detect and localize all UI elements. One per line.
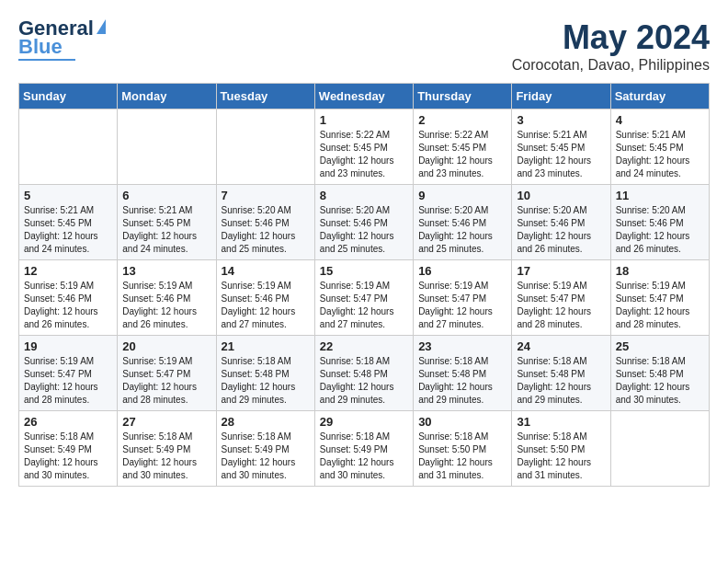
calendar-day-5: 5Sunrise: 5:21 AM Sunset: 5:45 PM Daylig… bbox=[19, 185, 118, 260]
day-number: 1 bbox=[320, 113, 408, 127]
calendar-day-22: 22Sunrise: 5:18 AM Sunset: 5:48 PM Dayli… bbox=[314, 336, 413, 411]
calendar-day-28: 28Sunrise: 5:18 AM Sunset: 5:49 PM Dayli… bbox=[216, 411, 314, 487]
day-number: 28 bbox=[222, 415, 310, 429]
day-info: Sunrise: 5:20 AM Sunset: 5:46 PM Dayligh… bbox=[222, 204, 310, 256]
page-subtitle: Corocotan, Davao, Philippines bbox=[512, 57, 710, 74]
calendar-header-monday: Monday bbox=[118, 84, 216, 109]
day-info: Sunrise: 5:19 AM Sunset: 5:47 PM Dayligh… bbox=[122, 355, 210, 407]
day-number: 6 bbox=[122, 189, 210, 202]
calendar-week-row: 12Sunrise: 5:19 AM Sunset: 5:46 PM Dayli… bbox=[19, 260, 710, 336]
day-info: Sunrise: 5:19 AM Sunset: 5:47 PM Dayligh… bbox=[320, 280, 408, 331]
calendar-week-row: 26Sunrise: 5:18 AM Sunset: 5:49 PM Dayli… bbox=[19, 411, 710, 487]
calendar-day-26: 26Sunrise: 5:18 AM Sunset: 5:49 PM Dayli… bbox=[19, 411, 118, 487]
day-number: 30 bbox=[418, 415, 506, 429]
day-info: Sunrise: 5:19 AM Sunset: 5:46 PM Dayligh… bbox=[122, 280, 210, 331]
day-number: 13 bbox=[122, 264, 210, 278]
day-info: Sunrise: 5:19 AM Sunset: 5:47 PM Dayligh… bbox=[418, 280, 506, 331]
calendar-day-30: 30Sunrise: 5:18 AM Sunset: 5:50 PM Dayli… bbox=[414, 411, 512, 487]
logo-underline bbox=[18, 59, 75, 61]
calendar-empty-cell bbox=[19, 109, 118, 185]
day-info: Sunrise: 5:18 AM Sunset: 5:48 PM Dayligh… bbox=[517, 355, 605, 407]
day-number: 11 bbox=[616, 189, 704, 202]
day-number: 3 bbox=[517, 113, 605, 127]
calendar-week-row: 19Sunrise: 5:19 AM Sunset: 5:47 PM Dayli… bbox=[19, 336, 710, 411]
day-info: Sunrise: 5:18 AM Sunset: 5:49 PM Dayligh… bbox=[24, 431, 112, 482]
page-header: General Blue May 2024 Corocotan, Davao, … bbox=[18, 18, 710, 74]
calendar-header-tuesday: Tuesday bbox=[216, 84, 314, 109]
logo-triangle-icon bbox=[97, 19, 106, 34]
day-number: 12 bbox=[24, 264, 112, 278]
calendar-day-19: 19Sunrise: 5:19 AM Sunset: 5:47 PM Dayli… bbox=[19, 336, 118, 411]
day-info: Sunrise: 5:18 AM Sunset: 5:49 PM Dayligh… bbox=[122, 431, 210, 482]
day-info: Sunrise: 5:21 AM Sunset: 5:45 PM Dayligh… bbox=[122, 204, 210, 256]
day-info: Sunrise: 5:19 AM Sunset: 5:46 PM Dayligh… bbox=[222, 280, 310, 331]
calendar-day-15: 15Sunrise: 5:19 AM Sunset: 5:47 PM Dayli… bbox=[314, 260, 413, 336]
calendar-day-23: 23Sunrise: 5:18 AM Sunset: 5:48 PM Dayli… bbox=[414, 336, 512, 411]
day-info: Sunrise: 5:22 AM Sunset: 5:45 PM Dayligh… bbox=[418, 129, 506, 180]
calendar-day-25: 25Sunrise: 5:18 AM Sunset: 5:48 PM Dayli… bbox=[610, 336, 709, 411]
calendar-header-wednesday: Wednesday bbox=[314, 84, 413, 109]
day-info: Sunrise: 5:19 AM Sunset: 5:47 PM Dayligh… bbox=[24, 355, 112, 407]
day-number: 29 bbox=[320, 415, 408, 429]
day-info: Sunrise: 5:22 AM Sunset: 5:45 PM Dayligh… bbox=[320, 129, 408, 180]
calendar-day-11: 11Sunrise: 5:20 AM Sunset: 5:46 PM Dayli… bbox=[610, 185, 709, 260]
calendar-day-13: 13Sunrise: 5:19 AM Sunset: 5:46 PM Dayli… bbox=[118, 260, 216, 336]
calendar-day-31: 31Sunrise: 5:18 AM Sunset: 5:50 PM Dayli… bbox=[512, 411, 610, 487]
day-number: 31 bbox=[517, 415, 605, 429]
calendar-day-1: 1Sunrise: 5:22 AM Sunset: 5:45 PM Daylig… bbox=[314, 109, 413, 185]
day-number: 10 bbox=[517, 189, 605, 202]
day-info: Sunrise: 5:18 AM Sunset: 5:49 PM Dayligh… bbox=[222, 431, 310, 482]
calendar-day-3: 3Sunrise: 5:21 AM Sunset: 5:45 PM Daylig… bbox=[512, 109, 610, 185]
day-number: 22 bbox=[320, 339, 408, 353]
calendar-day-7: 7Sunrise: 5:20 AM Sunset: 5:46 PM Daylig… bbox=[216, 185, 314, 260]
page-title: May 2024 bbox=[512, 18, 710, 57]
calendar-day-24: 24Sunrise: 5:18 AM Sunset: 5:48 PM Dayli… bbox=[512, 336, 610, 411]
logo: General Blue bbox=[18, 18, 106, 61]
day-info: Sunrise: 5:18 AM Sunset: 5:48 PM Dayligh… bbox=[222, 355, 310, 407]
calendar-empty-cell bbox=[216, 109, 314, 185]
day-number: 18 bbox=[616, 264, 704, 278]
day-number: 26 bbox=[24, 415, 112, 429]
calendar-day-2: 2Sunrise: 5:22 AM Sunset: 5:45 PM Daylig… bbox=[414, 109, 512, 185]
calendar-day-10: 10Sunrise: 5:20 AM Sunset: 5:46 PM Dayli… bbox=[512, 185, 610, 260]
calendar-day-8: 8Sunrise: 5:20 AM Sunset: 5:46 PM Daylig… bbox=[314, 185, 413, 260]
day-info: Sunrise: 5:21 AM Sunset: 5:45 PM Dayligh… bbox=[616, 129, 704, 180]
day-number: 17 bbox=[517, 264, 605, 278]
day-number: 9 bbox=[418, 189, 506, 202]
day-info: Sunrise: 5:21 AM Sunset: 5:45 PM Dayligh… bbox=[517, 129, 605, 180]
day-number: 8 bbox=[320, 189, 408, 202]
calendar-empty-cell bbox=[118, 109, 216, 185]
calendar-header-thursday: Thursday bbox=[414, 84, 512, 109]
calendar-day-27: 27Sunrise: 5:18 AM Sunset: 5:49 PM Dayli… bbox=[118, 411, 216, 487]
calendar-day-16: 16Sunrise: 5:19 AM Sunset: 5:47 PM Dayli… bbox=[414, 260, 512, 336]
day-number: 7 bbox=[222, 189, 310, 202]
calendar-day-18: 18Sunrise: 5:19 AM Sunset: 5:47 PM Dayli… bbox=[610, 260, 709, 336]
calendar-day-9: 9Sunrise: 5:20 AM Sunset: 5:46 PM Daylig… bbox=[414, 185, 512, 260]
day-info: Sunrise: 5:18 AM Sunset: 5:49 PM Dayligh… bbox=[320, 431, 408, 482]
day-info: Sunrise: 5:19 AM Sunset: 5:46 PM Dayligh… bbox=[24, 280, 112, 331]
day-info: Sunrise: 5:18 AM Sunset: 5:50 PM Dayligh… bbox=[517, 431, 605, 482]
day-number: 27 bbox=[122, 415, 210, 429]
calendar-day-4: 4Sunrise: 5:21 AM Sunset: 5:45 PM Daylig… bbox=[610, 109, 709, 185]
day-info: Sunrise: 5:18 AM Sunset: 5:50 PM Dayligh… bbox=[418, 431, 506, 482]
day-number: 24 bbox=[517, 339, 605, 353]
day-number: 14 bbox=[222, 264, 310, 278]
calendar-header-saturday: Saturday bbox=[610, 84, 709, 109]
calendar-day-29: 29Sunrise: 5:18 AM Sunset: 5:49 PM Dayli… bbox=[314, 411, 413, 487]
day-info: Sunrise: 5:20 AM Sunset: 5:46 PM Dayligh… bbox=[616, 204, 704, 256]
day-info: Sunrise: 5:18 AM Sunset: 5:48 PM Dayligh… bbox=[320, 355, 408, 407]
day-info: Sunrise: 5:19 AM Sunset: 5:47 PM Dayligh… bbox=[517, 280, 605, 331]
calendar-table: SundayMondayTuesdayWednesdayThursdayFrid… bbox=[18, 83, 710, 487]
calendar-day-21: 21Sunrise: 5:18 AM Sunset: 5:48 PM Dayli… bbox=[216, 336, 314, 411]
day-number: 4 bbox=[616, 113, 704, 127]
day-number: 23 bbox=[418, 339, 506, 353]
calendar-empty-cell bbox=[610, 411, 709, 487]
day-info: Sunrise: 5:20 AM Sunset: 5:46 PM Dayligh… bbox=[418, 204, 506, 256]
calendar-day-14: 14Sunrise: 5:19 AM Sunset: 5:46 PM Dayli… bbox=[216, 260, 314, 336]
day-info: Sunrise: 5:18 AM Sunset: 5:48 PM Dayligh… bbox=[616, 355, 704, 407]
calendar-day-20: 20Sunrise: 5:19 AM Sunset: 5:47 PM Dayli… bbox=[118, 336, 216, 411]
day-info: Sunrise: 5:20 AM Sunset: 5:46 PM Dayligh… bbox=[517, 204, 605, 256]
calendar-day-12: 12Sunrise: 5:19 AM Sunset: 5:46 PM Dayli… bbox=[19, 260, 118, 336]
day-number: 20 bbox=[122, 339, 210, 353]
calendar-day-6: 6Sunrise: 5:21 AM Sunset: 5:45 PM Daylig… bbox=[118, 185, 216, 260]
